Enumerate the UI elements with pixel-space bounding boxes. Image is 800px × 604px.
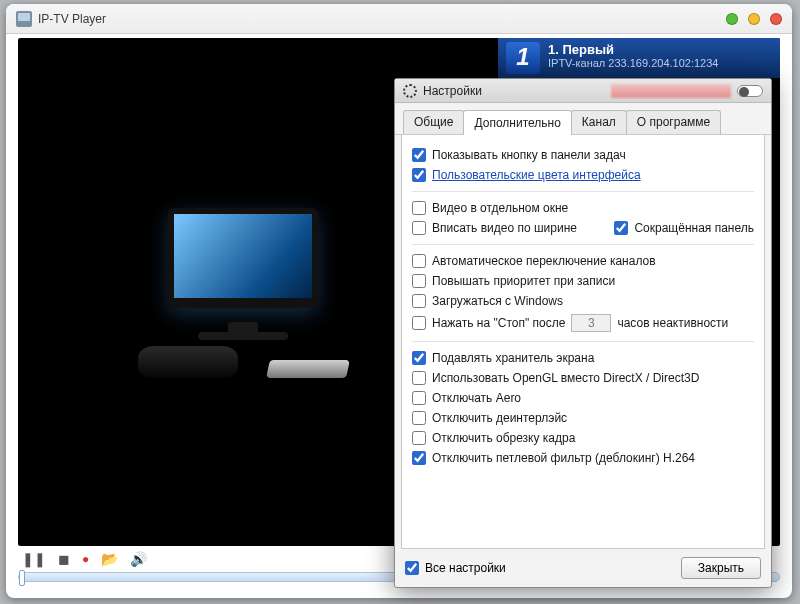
chk-video-window[interactable] <box>412 201 426 215</box>
opt-show-taskbar[interactable]: Показывать кнопку в панели задач <box>412 145 754 165</box>
lbl-compact-panel: Сокращённая панель <box>634 221 754 235</box>
chk-suppress-ss[interactable] <box>412 351 426 365</box>
channel-name: 1. Первый <box>506 42 772 57</box>
opt-disable-loopfilter[interactable]: Отключить петлевой фильтр (деблокинг) H.… <box>412 448 754 468</box>
settings-tabs: Общие Дополнительно Канал О программе <box>395 103 771 135</box>
toggle-pill[interactable] <box>737 85 763 97</box>
record-button[interactable]: ● <box>82 553 89 565</box>
app-icon <box>16 11 32 27</box>
chk-disable-loopfilter[interactable] <box>412 451 426 465</box>
opt-video-window[interactable]: Видео в отдельном окне <box>412 198 754 218</box>
chk-start-windows[interactable] <box>412 294 426 308</box>
lbl-fit-width: Вписать видео по ширине <box>432 221 577 235</box>
lbl-raise-priority: Повышать приоритет при записи <box>432 274 615 288</box>
minimize-button[interactable] <box>726 13 738 25</box>
window-title: IP-TV Player <box>38 12 106 26</box>
tab-advanced[interactable]: Дополнительно <box>463 110 571 135</box>
chk-stop-after[interactable] <box>412 316 426 330</box>
remote-icon <box>266 360 350 378</box>
chk-fit-width[interactable] <box>412 221 426 235</box>
chk-compact-panel[interactable] <box>614 221 628 235</box>
opt-raise-priority[interactable]: Повышать приоритет при записи <box>412 271 754 291</box>
settings-title: Настройки <box>423 84 482 98</box>
opt-suppress-ss[interactable]: Подавлять хранитель экрана <box>412 348 754 368</box>
separator <box>412 191 754 192</box>
lbl-stop-after-prefix: Нажать на "Стоп" после <box>432 316 565 330</box>
placeholder-art <box>138 208 358 408</box>
opt-disable-crop[interactable]: Отключить обрезку кадра <box>412 428 754 448</box>
separator <box>412 341 754 342</box>
stop-button[interactable]: ◼ <box>58 552 70 566</box>
chk-disable-crop[interactable] <box>412 431 426 445</box>
chk-disable-deinterlace[interactable] <box>412 411 426 425</box>
lbl-show-taskbar: Показывать кнопку в панели задач <box>432 148 626 162</box>
chk-all-settings[interactable] <box>405 561 419 575</box>
opt-disable-aero[interactable]: Отключать Aero <box>412 388 754 408</box>
tv-monitor-icon <box>168 208 318 308</box>
close-button[interactable] <box>770 13 782 25</box>
maximize-button[interactable] <box>748 13 760 25</box>
opt-start-windows[interactable]: Загружаться с Windows <box>412 291 754 311</box>
separator <box>412 244 754 245</box>
open-button[interactable]: 📂 <box>101 552 118 566</box>
lbl-disable-aero: Отключать Aero <box>432 391 521 405</box>
seek-thumb[interactable] <box>19 570 25 586</box>
opt-custom-colors[interactable]: Пользовательские цвета интерфейса <box>412 165 754 185</box>
lbl-all-settings: Все настройки <box>425 561 506 575</box>
lbl-use-opengl: Использовать OpenGL вместо DirectX / Dir… <box>432 371 699 385</box>
lbl-disable-crop: Отключить обрезку кадра <box>432 431 575 445</box>
channel-address: IPTV-канал 233.169.204.102:1234 <box>506 57 772 69</box>
settings-tabpage: Показывать кнопку в панели задач Пользов… <box>401 135 765 549</box>
opt-stop-after[interactable]: Нажать на "Стоп" после часов неактивност… <box>412 311 754 335</box>
window-controls <box>726 13 782 25</box>
chk-raise-priority[interactable] <box>412 274 426 288</box>
channel-banner: 1 1. Первый IPTV-канал 233.169.204.102:1… <box>498 38 780 78</box>
chk-use-opengl[interactable] <box>412 371 426 385</box>
lbl-custom-colors[interactable]: Пользовательские цвета интерфейса <box>432 168 641 182</box>
settings-titlebar[interactable]: Настройки <box>395 79 771 103</box>
chk-auto-switch[interactable] <box>412 254 426 268</box>
close-settings-button[interactable]: Закрыть <box>681 557 761 579</box>
gear-icon <box>403 84 417 98</box>
lbl-auto-switch: Автоматическое переключение каналов <box>432 254 656 268</box>
chk-show-taskbar[interactable] <box>412 148 426 162</box>
channel-logo: 1 <box>506 42 540 74</box>
tab-general[interactable]: Общие <box>403 110 464 134</box>
background-blur <box>611 84 731 98</box>
chk-disable-aero[interactable] <box>412 391 426 405</box>
settings-footer: Все настройки Закрыть <box>395 549 771 587</box>
lbl-disable-loopfilter: Отключить петлевой фильтр (деблокинг) H.… <box>432 451 695 465</box>
lbl-suppress-ss: Подавлять хранитель экрана <box>432 351 594 365</box>
lbl-stop-after-suffix: часов неактивности <box>617 316 728 330</box>
set-top-box-icon <box>138 346 238 378</box>
lbl-start-windows: Загружаться с Windows <box>432 294 563 308</box>
pause-button[interactable]: ❚❚ <box>22 552 46 566</box>
titlebar[interactable]: IP-TV Player <box>6 4 792 34</box>
tab-about[interactable]: О программе <box>626 110 721 134</box>
tab-channel[interactable]: Канал <box>571 110 627 134</box>
volume-button[interactable]: 🔊 <box>130 552 147 566</box>
lbl-video-window: Видео в отдельном окне <box>432 201 568 215</box>
input-stop-hours[interactable] <box>571 314 611 332</box>
opt-disable-deinterlace[interactable]: Отключить деинтерлэйс <box>412 408 754 428</box>
opt-auto-switch[interactable]: Автоматическое переключение каналов <box>412 251 754 271</box>
tv-base-icon <box>198 332 288 340</box>
opt-fit-width[interactable]: Вписать видео по ширине Сокращённая пане… <box>412 218 754 238</box>
chk-custom-colors[interactable] <box>412 168 426 182</box>
opt-use-opengl[interactable]: Использовать OpenGL вместо DirectX / Dir… <box>412 368 754 388</box>
settings-dialog: Настройки Общие Дополнительно Канал О пр… <box>394 78 772 588</box>
lbl-disable-deinterlace: Отключить деинтерлэйс <box>432 411 567 425</box>
